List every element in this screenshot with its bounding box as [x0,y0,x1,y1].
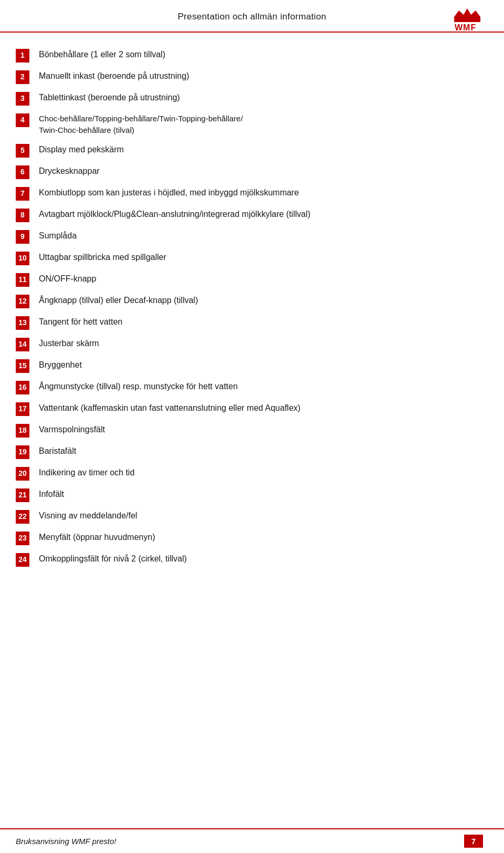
list-item: 11ON/OFF-knapp [16,273,483,287]
item-text-18: Varmspolningsfält [39,423,105,435]
list-item: 17Vattentank (kaffemaskin utan fast vatt… [16,402,483,416]
item-text-10: Uttagbar spillbricka med spillgaller [39,251,166,263]
item-text-20: Indikering av timer och tid [39,466,134,478]
item-text-23: Menyfält (öppnar huvudmenyn) [39,531,155,543]
item-number-13: 13 [16,316,29,330]
item-number-24: 24 [16,553,29,567]
item-number-12: 12 [16,295,29,308]
item-number-16: 16 [16,381,29,394]
svg-text:WMF: WMF [455,23,476,32]
list-item: 4Choc-behållare/Topping-behållare/Twin-T… [16,113,483,136]
item-text-12: Ångknapp (tillval) eller Decaf-knapp (ti… [39,294,198,306]
item-text-3: Tablettinkast (beroende på utrustning) [39,91,180,103]
item-text-14: Justerbar skärm [39,337,99,349]
item-text-6: Dryckesknappar [39,165,100,177]
footer-text: Bruksanvisning WMF presto! [16,837,116,846]
wmf-logo: WMF [452,7,483,34]
item-number-1: 1 [16,49,29,63]
list-item: 21Infofält [16,488,483,502]
item-number-8: 8 [16,209,29,222]
list-item: 13Tangent för hett vatten [16,316,483,330]
item-number-20: 20 [16,467,29,481]
footer-page-number: 7 [464,835,483,848]
item-number-5: 5 [16,144,29,158]
item-text-9: Sumplåda [39,230,77,242]
item-text-1: Bönbehållare (1 eller 2 som tillval) [39,48,165,60]
list-item: 23Menyfält (öppnar huvudmenyn) [16,531,483,545]
list-item: 5Display med pekskärm [16,143,483,158]
item-text-21: Infofält [39,488,64,500]
list-item: 15Bryggenhet [16,359,483,373]
page-wrapper: Presentation och allmän information WMF … [0,0,504,853]
item-text-24: Omkopplingsfält för nivå 2 (cirkel, till… [39,553,187,565]
list-item: 6Dryckesknappar [16,165,483,179]
item-number-14: 14 [16,338,29,351]
main-content: 1Bönbehållare (1 eller 2 som tillval)2Ma… [0,33,504,828]
item-text-17: Vattentank (kaffemaskin utan fast vatten… [39,402,300,414]
list-item: 10Uttagbar spillbricka med spillgaller [16,251,483,265]
item-number-22: 22 [16,510,29,524]
list-item: 18Varmspolningsfält [16,423,483,438]
list-item: 8Avtagbart mjölklock/Plug&Clean-anslutni… [16,208,483,222]
item-text-19: Baristafält [39,445,76,457]
item-number-18: 18 [16,424,29,438]
item-number-4: 4 [16,113,29,127]
list-item: 3Tablettinkast (beroende på utrustning) [16,91,483,106]
item-text-4: Choc-behållare/Topping-behållare/Twin-To… [39,113,243,136]
list-item: 19Baristafält [16,445,483,459]
list-item: 14Justerbar skärm [16,337,483,351]
item-text-7: Kombiutlopp som kan justeras i höjdled, … [39,186,299,199]
item-number-11: 11 [16,273,29,287]
header-title: Presentation och allmän information [177,12,326,22]
list-item: 2Manuellt inkast (beroende på utrustning… [16,70,483,84]
list-item: 16Ångmunstycke (tillval) resp. munstycke… [16,380,483,394]
item-number-7: 7 [16,187,29,201]
svg-marker-0 [454,8,480,22]
item-text-16: Ångmunstycke (tillval) resp. munstycke f… [39,380,238,392]
item-number-15: 15 [16,359,29,373]
item-number-19: 19 [16,445,29,459]
items-list: 1Bönbehållare (1 eller 2 som tillval)2Ma… [16,48,483,567]
item-text-13: Tangent för hett vatten [39,316,122,328]
list-item: 7Kombiutlopp som kan justeras i höjdled,… [16,186,483,201]
item-number-21: 21 [16,488,29,502]
item-text-5: Display med pekskärm [39,143,124,155]
item-text-8: Avtagbart mjölklock/Plug&Clean-anslutnin… [39,208,310,220]
list-item: 20Indikering av timer och tid [16,466,483,481]
item-number-6: 6 [16,165,29,179]
page-footer: Bruksanvisning WMF presto! 7 [0,828,504,853]
list-item: 22Visning av meddelande/fel [16,509,483,524]
list-item: 9Sumplåda [16,230,483,244]
item-number-10: 10 [16,252,29,265]
list-item: 24Omkopplingsfält för nivå 2 (cirkel, ti… [16,553,483,567]
item-number-9: 9 [16,230,29,244]
page-header: Presentation och allmän information WMF [0,0,504,33]
item-number-23: 23 [16,532,29,545]
list-item: 1Bönbehållare (1 eller 2 som tillval) [16,48,483,63]
item-text-2: Manuellt inkast (beroende på utrustning) [39,70,189,82]
item-number-2: 2 [16,70,29,84]
item-text-22: Visning av meddelande/fel [39,509,137,522]
item-text-11: ON/OFF-knapp [39,273,96,285]
item-number-17: 17 [16,402,29,416]
list-item: 12Ångknapp (tillval) eller Decaf-knapp (… [16,294,483,308]
item-text-15: Bryggenhet [39,359,82,371]
item-number-3: 3 [16,92,29,106]
